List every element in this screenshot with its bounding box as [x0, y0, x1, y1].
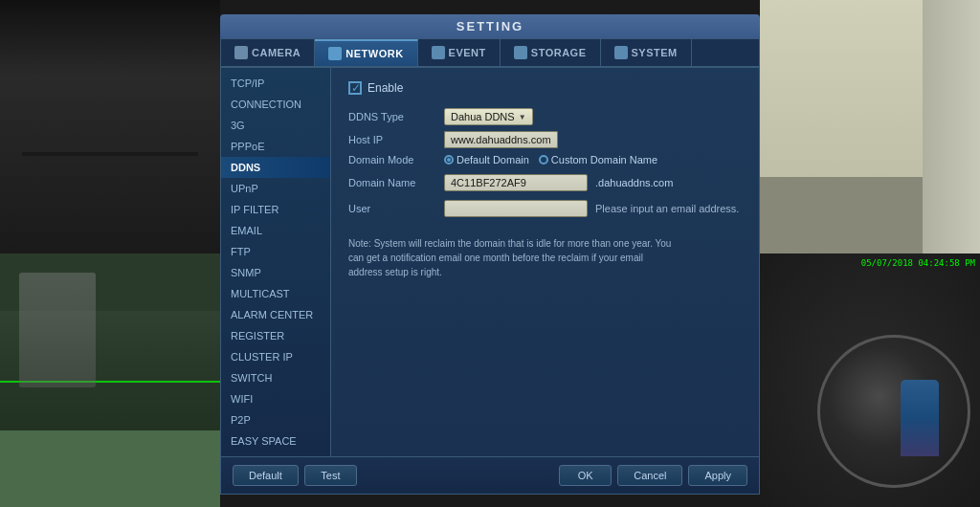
tab-storage[interactable]: STORAGE [501, 39, 601, 66]
sidebar-item-upnp[interactable]: UPnP [221, 178, 330, 199]
sidebar-item-multicast[interactable]: MULTICAST [221, 283, 330, 304]
camera-tab-icon [234, 46, 248, 59]
camera-timestamp: 05/07/2018 04:24:58 PM [861, 258, 975, 268]
radio-custom-icon[interactable] [539, 155, 548, 165]
domain-mode-row: Domain Mode Default Domain Custom Domain… [348, 154, 742, 165]
camera-bottom-left [0, 254, 220, 507]
radio-default-domain[interactable]: Default Domain [444, 154, 529, 165]
select-arrow-icon: ▼ [519, 113, 526, 121]
enable-checkbox[interactable] [348, 81, 362, 95]
tab-camera[interactable]: CAMERA [221, 39, 315, 66]
sidebar-item-snmp[interactable]: SNMP [221, 262, 330, 283]
apply-button[interactable]: Apply [688, 465, 747, 486]
user-hint: Please input an email address. [595, 203, 739, 214]
tab-network[interactable]: NETWORK [315, 39, 417, 66]
tab-bar: CAMERA NETWORK EVENT STORAGE SYSTEM [221, 39, 759, 68]
sidebar-item-ipfilter[interactable]: IP FILTER [221, 199, 330, 220]
cancel-button[interactable]: Cancel [617, 465, 682, 486]
sidebar-item-switch[interactable]: SWITCH [221, 367, 330, 388]
tab-event[interactable]: EVENT [418, 39, 501, 66]
radio-default-icon[interactable] [444, 155, 454, 165]
host-ip-row: Host IP www.dahuaddns.com [348, 134, 742, 145]
left-buttons: Default Test [233, 465, 357, 486]
domain-mode-value: Default Domain Custom Domain Name [444, 154, 742, 165]
domain-mode-label: Domain Mode [348, 154, 444, 165]
sidebar-item-connection[interactable]: CONNECTION [221, 94, 330, 115]
host-ip-label: Host IP [348, 134, 444, 145]
domain-name-label: Domain Name [348, 177, 444, 188]
user-label: User [348, 203, 444, 214]
domain-name-value: 4C11BF272AF9 .dahuaddns.com [444, 174, 742, 191]
enable-label: Enable [368, 81, 403, 95]
user-value: Please input an email address. [444, 200, 742, 217]
domain-name-row: Domain Name 4C11BF272AF9 .dahuaddns.com [348, 174, 742, 191]
camera-bottom-right: 05/07/2018 04:24:58 PM [760, 254, 980, 507]
sidebar-item-easyspace[interactable]: EASY SPACE [221, 430, 330, 452]
right-buttons: OK Cancel Apply [559, 465, 747, 486]
sidebar-item-3g[interactable]: 3G [221, 115, 330, 136]
dialog-title: SETTING [220, 14, 760, 38]
host-ip-value: www.dahuaddns.com [444, 134, 742, 145]
enable-row: Enable [348, 81, 742, 95]
domain-name-input[interactable]: 4C11BF272AF9 [444, 174, 588, 191]
sidebar-item-email[interactable]: EMAIL [221, 220, 330, 241]
default-button[interactable]: Default [233, 465, 299, 486]
camera-top-left [0, 0, 220, 254]
ddns-type-label: DDNS Type [348, 111, 444, 122]
sidebar-item-p2p[interactable]: P2P [221, 409, 330, 430]
sidebar-item-tcpip[interactable]: TCP/IP [221, 73, 330, 94]
storage-tab-icon [514, 46, 527, 59]
sidebar: TCP/IP CONNECTION 3G PPPoE DDNS UPnP [221, 68, 331, 456]
ddns-type-select[interactable]: Dahua DDNS ▼ [444, 108, 533, 125]
camera-top-right [760, 0, 980, 254]
person-figure [901, 380, 939, 456]
sidebar-item-wifi[interactable]: WIFI [221, 388, 330, 409]
sidebar-item-pppoe[interactable]: PPPoE [221, 136, 330, 157]
note-text: Note: System will reclaim the domain tha… [348, 236, 674, 279]
ddns-type-value: Dahua DDNS ▼ [444, 108, 742, 125]
content-area: TCP/IP CONNECTION 3G PPPoE DDNS UPnP [221, 68, 759, 456]
sidebar-item-ddns[interactable]: DDNS [221, 157, 330, 178]
event-tab-icon [432, 46, 445, 59]
fisheye-view [817, 335, 970, 488]
test-button[interactable]: Test [304, 465, 357, 486]
sidebar-item-register[interactable]: REGISTER [221, 325, 330, 346]
sidebar-item-ftp[interactable]: FTP [221, 241, 330, 262]
user-input[interactable] [444, 200, 588, 217]
user-row: User Please input an email address. [348, 200, 742, 217]
ok-button[interactable]: OK [559, 465, 612, 486]
host-ip-input[interactable]: www.dahuaddns.com [444, 131, 558, 148]
sidebar-item-clusterip[interactable]: CLUSTER IP [221, 346, 330, 367]
network-tab-icon [328, 47, 342, 60]
radio-custom-domain[interactable]: Custom Domain Name [539, 154, 657, 165]
domain-suffix: .dahuaddns.com [595, 177, 673, 188]
ddns-form: Enable DDNS Type Dahua DDNS ▼ Host IP [331, 68, 759, 456]
tab-system[interactable]: SYSTEM [601, 39, 692, 66]
dialog-body: CAMERA NETWORK EVENT STORAGE SYSTEM [220, 38, 760, 495]
ddns-type-row: DDNS Type Dahua DDNS ▼ [348, 108, 742, 125]
sidebar-item-alarmcenter[interactable]: ALARM CENTER [221, 304, 330, 325]
settings-dialog: SETTING CAMERA NETWORK EVENT STORAGE [220, 14, 760, 495]
system-tab-icon [614, 46, 628, 59]
button-bar: Default Test OK Cancel Apply [221, 456, 759, 494]
